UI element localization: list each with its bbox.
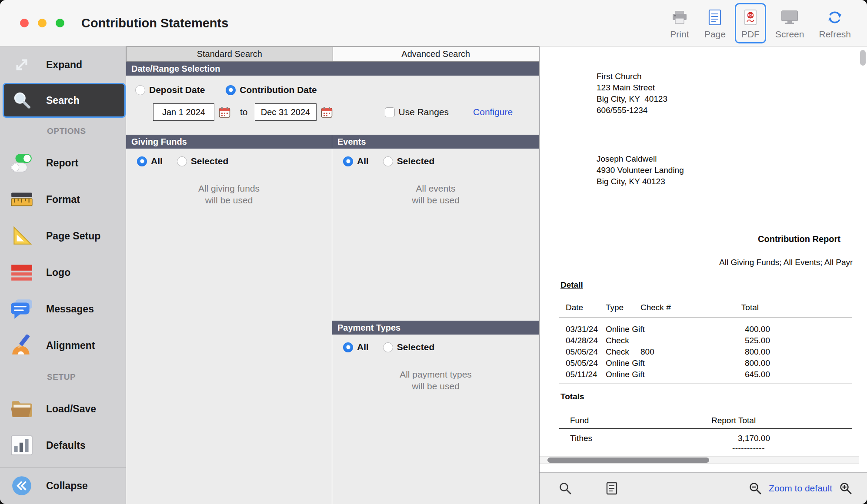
find-icon[interactable] — [559, 482, 572, 495]
preview-horizontal-scrollbar[interactable] — [540, 456, 859, 464]
sidebar-item-format[interactable]: Format — [0, 181, 126, 218]
preview-zoom-bar: Zoom to default — [540, 472, 867, 504]
from-date-field[interactable]: Jan 1 2024 — [153, 103, 214, 121]
screen-icon — [781, 8, 798, 27]
sidebar-item-logo[interactable]: Logo — [0, 254, 126, 291]
church-address: First Church 123 Main Street Big City, K… — [597, 71, 667, 116]
giving-funds-note: All giving funds will be used — [126, 182, 332, 206]
zoom-to-default-link[interactable]: Zoom to default — [769, 483, 832, 494]
totals-column-headers: Fund Report Total — [540, 416, 867, 427]
to-label: to — [240, 107, 248, 117]
zoom-out-icon[interactable] — [749, 482, 762, 495]
detail-row: 05/05/24 Check 800 800.00 — [540, 347, 867, 358]
defaults-label: Defaults — [46, 440, 86, 451]
toolbar: Contribution Statements Print Page PDF P… — [0, 0, 867, 46]
logo-label: Logo — [46, 267, 70, 279]
search-tabs: Standard Search Advanced Search — [126, 46, 539, 62]
use-ranges-checkbox[interactable] — [385, 107, 395, 117]
report-preview: First Church 123 Main Street Big City, K… — [540, 46, 867, 504]
print-button[interactable]: Print — [664, 3, 695, 43]
screen-label: Screen — [775, 29, 804, 40]
divider — [559, 384, 852, 384]
triangle-icon — [10, 225, 34, 247]
zoom-window-button[interactable] — [56, 19, 64, 27]
sidebar-item-messages[interactable]: Messages — [0, 291, 126, 327]
bar-chart-icon — [10, 434, 34, 456]
events-body: All Selected All events will be used — [332, 149, 539, 321]
calendar-icon[interactable] — [321, 106, 333, 118]
window-title: Contribution Statements — [81, 16, 228, 30]
search-label: Search — [46, 95, 80, 106]
sidebar-section-options: OPTIONS — [0, 118, 126, 145]
page-view-icon[interactable] — [606, 482, 618, 495]
preview-vertical-scrollbar[interactable] — [860, 50, 866, 66]
close-button[interactable] — [20, 19, 29, 27]
giving-funds-radios: All Selected — [137, 156, 228, 166]
giving-funds-section: Giving Funds All Selected All giving fun… — [126, 135, 332, 504]
search-panel: Standard Search Advanced Search Date/Ran… — [126, 46, 539, 504]
sidebar-item-load-save[interactable]: Load/Save — [0, 391, 126, 427]
screen-button[interactable]: Screen — [770, 3, 810, 43]
sidebar-item-collapse[interactable]: Collapse — [0, 468, 126, 504]
sidebar-item-defaults[interactable]: Defaults — [0, 427, 126, 464]
horizontal-scroll-thumb[interactable] — [547, 458, 709, 463]
payment-types-all-radio[interactable] — [343, 342, 353, 352]
print-label: Print — [670, 29, 689, 40]
speech-bubble-icon — [10, 298, 34, 320]
payment-types-radios: All Selected — [343, 342, 434, 352]
alignment-label: Alignment — [46, 340, 95, 351]
events-selected-radio[interactable] — [383, 156, 393, 166]
events-all-label: All — [357, 156, 369, 166]
zoom-in-icon[interactable] — [839, 482, 852, 495]
page-button[interactable]: Page — [699, 3, 731, 43]
refresh-button[interactable]: Refresh — [813, 3, 857, 43]
printer-icon — [671, 8, 688, 27]
sidebar-section-setup: SETUP — [0, 364, 126, 391]
sidebar-item-expand[interactable]: Expand — [0, 46, 126, 83]
collapse-label: Collapse — [46, 480, 88, 492]
page-icon — [708, 8, 721, 27]
minimize-button[interactable] — [38, 19, 47, 27]
sidebar-item-alignment[interactable]: Alignment — [0, 327, 126, 364]
calendar-icon[interactable] — [219, 106, 230, 118]
totals-separator: ----------- — [683, 444, 770, 453]
payment-types-body: All Selected All payment types will be u… — [332, 335, 539, 504]
sidebar: Expand Search OPTIONS Report Format Page — [0, 46, 126, 504]
preview-panel: First Church 123 Main Street Big City, K… — [539, 46, 867, 504]
sidebar-item-page-setup[interactable]: Page Setup — [0, 218, 126, 254]
giving-funds-header: Giving Funds — [126, 135, 332, 149]
payment-types-section: Payment Types All Selected All payment t… — [332, 321, 539, 504]
giving-funds-body: All Selected All giving funds will be us… — [126, 149, 332, 504]
date-mode-radios: Deposit Date Contribution Date — [135, 85, 317, 95]
recipient-address: Joseph Caldwell 4930 Volunteer Landing B… — [597, 153, 684, 187]
refresh-icon — [827, 8, 843, 27]
configure-link[interactable]: Configure — [473, 107, 513, 117]
contribution-date-label: Contribution Date — [240, 85, 317, 95]
tab-standard-search[interactable]: Standard Search — [126, 46, 333, 62]
giving-funds-all-radio[interactable] — [137, 156, 147, 166]
giving-funds-selected-radio[interactable] — [177, 156, 187, 166]
payment-types-selected-label: Selected — [397, 342, 434, 352]
deposit-date-label: Deposit Date — [149, 85, 205, 95]
folder-icon — [10, 398, 34, 420]
to-date-field[interactable]: Dec 31 2024 — [255, 103, 317, 121]
report-subtitle: All Giving Funds; All Events; All Payr — [719, 258, 853, 267]
events-selected-label: Selected — [397, 156, 434, 166]
report-label: Report — [46, 157, 78, 169]
protractor-pencil-icon — [10, 335, 34, 356]
sidebar-item-report[interactable]: Report — [0, 145, 126, 181]
payment-types-selected-radio[interactable] — [383, 342, 393, 352]
contribution-date-radio[interactable] — [226, 85, 236, 95]
tab-advanced-search[interactable]: Advanced Search — [333, 46, 540, 62]
events-section: Events All Selected All events will be u… — [332, 135, 539, 321]
expand-arrows-icon — [10, 54, 34, 76]
events-all-radio[interactable] — [343, 156, 353, 166]
pdf-button[interactable]: PDF PDF — [735, 3, 766, 43]
toolbar-actions: Print Page PDF PDF Screen — [664, 0, 857, 46]
pdf-label: PDF — [741, 29, 760, 40]
deposit-date-radio[interactable] — [135, 85, 145, 95]
sidebar-item-search[interactable]: Search — [3, 83, 126, 118]
report-title: Contribution Report — [758, 234, 840, 244]
giving-funds-all-label: All — [151, 156, 163, 166]
payment-types-note: All payment types will be used — [332, 368, 539, 392]
